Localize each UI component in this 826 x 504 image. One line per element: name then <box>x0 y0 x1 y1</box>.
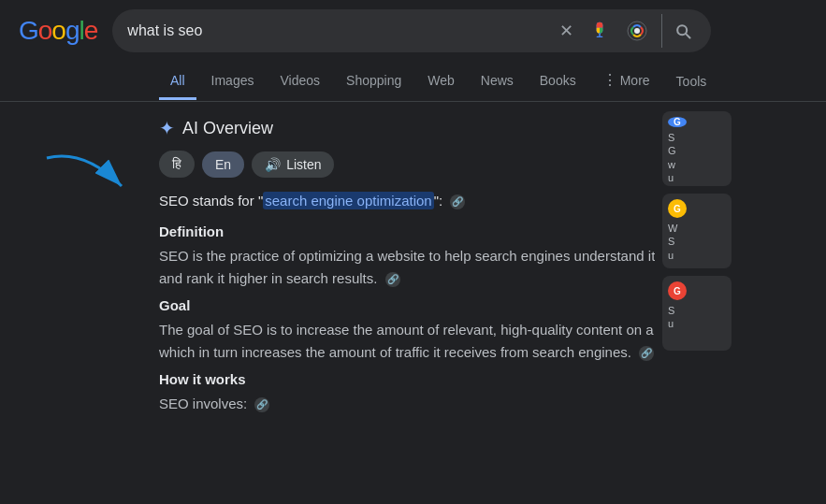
link-icon-goal[interactable]: 🔗 <box>639 346 654 361</box>
goal-section: Goal The goal of SEO is to increase the … <box>159 297 739 364</box>
language-buttons: हि En 🔊 Listen <box>159 151 739 178</box>
listen-label: Listen <box>286 157 321 172</box>
goal-body: The goal of SEO is to increase the amoun… <box>159 319 739 364</box>
tab-all[interactable]: All <box>159 64 196 100</box>
right-card-2-logo: G <box>668 199 687 218</box>
svg-rect-1 <box>597 36 603 37</box>
english-lang-button[interactable]: En <box>202 151 244 178</box>
lens-icon <box>626 20 648 42</box>
tab-images[interactable]: Images <box>200 64 266 100</box>
more-dots-icon: ⋮ <box>602 71 616 89</box>
en-label: En <box>215 157 231 172</box>
logo-letter-g1: G <box>19 16 38 45</box>
search-bar: ✕ <box>112 9 711 52</box>
right-panel: G SGwu G WSu G Su <box>655 102 739 423</box>
right-card-2-text: WSu <box>668 222 726 262</box>
link-icon-intro[interactable]: 🔗 <box>450 194 465 209</box>
intro-text-after: ": <box>434 193 443 209</box>
right-card-2-logo-text: G <box>674 204 681 214</box>
mic-icon <box>590 22 609 40</box>
how-it-works-text: SEO involves: <box>159 396 247 411</box>
close-icon: ✕ <box>559 21 573 41</box>
tools-button[interactable]: Tools <box>665 65 718 98</box>
sparkle-icon: ✦ <box>159 117 175 139</box>
speaker-icon: 🔊 <box>265 157 281 172</box>
search-icons-group: ✕ <box>556 14 696 48</box>
intro-paragraph: SEO stands for "search engine optimizati… <box>159 191 739 212</box>
right-card-1-logo-text: G <box>674 117 681 127</box>
right-card-3[interactable]: G Su <box>662 276 732 351</box>
definition-body: SEO is the practice of optimizing a webs… <box>159 245 739 290</box>
link-icon-how[interactable]: 🔗 <box>254 397 269 412</box>
logo-letter-g2: g <box>65 16 80 45</box>
logo-letter-o2: o <box>51 16 65 45</box>
google-logo: Google <box>19 16 97 46</box>
ai-overview-section: ✦ AI Overview हि En 🔊 Listen SEO stands … <box>159 117 739 423</box>
ai-overview-header: ✦ AI Overview <box>159 117 739 139</box>
right-card-1-logo: G <box>668 117 687 127</box>
tab-books[interactable]: Books <box>529 64 587 100</box>
right-card-3-text: Su <box>668 304 726 331</box>
right-card-1[interactable]: G SGwu <box>662 111 732 186</box>
search-input[interactable] <box>127 22 548 39</box>
listen-button[interactable]: 🔊 Listen <box>252 151 334 178</box>
logo-letter-e: e <box>84 16 98 45</box>
definition-title: Definition <box>159 223 739 239</box>
search-icon <box>674 22 692 40</box>
voice-search-button[interactable] <box>587 18 613 44</box>
tab-more[interactable]: ⋮ More <box>591 62 661 101</box>
right-card-1-text: SGwu <box>668 131 726 184</box>
right-card-3-logo-text: G <box>674 286 681 296</box>
main-area: ✦ AI Overview हि En 🔊 Listen SEO stands … <box>0 102 826 423</box>
tab-videos[interactable]: Videos <box>268 64 331 100</box>
header: Google ✕ <box>0 0 826 62</box>
hindi-label: हि <box>172 156 181 172</box>
logo-letter-o1: o <box>38 16 52 45</box>
highlighted-phrase: search engine optimization <box>263 192 433 209</box>
tab-more-label: More <box>620 73 650 88</box>
lens-button[interactable] <box>622 16 652 46</box>
search-button[interactable] <box>661 14 696 48</box>
definition-text: SEO is the practice of optimizing a webs… <box>159 248 712 286</box>
goal-text: The goal of SEO is to increase the amoun… <box>159 322 709 360</box>
right-card-2[interactable]: G WSu <box>662 194 732 268</box>
svg-point-3 <box>634 28 640 34</box>
definition-section: Definition SEO is the practice of optimi… <box>159 223 739 290</box>
link-icon-definition[interactable]: 🔗 <box>385 272 400 287</box>
how-it-works-section: How it works SEO involves: 🔗 <box>159 371 739 415</box>
svg-rect-0 <box>599 34 601 36</box>
tab-web[interactable]: Web <box>416 64 466 100</box>
tab-shopping[interactable]: Shopping <box>335 64 413 100</box>
hindi-lang-button[interactable]: हि <box>159 151 195 178</box>
ai-overview-title: AI Overview <box>182 119 273 138</box>
right-card-3-logo: G <box>668 281 687 300</box>
main-content-area: ✦ AI Overview हि En 🔊 Listen SEO stands … <box>0 102 739 423</box>
goal-title: Goal <box>159 297 739 313</box>
clear-button[interactable]: ✕ <box>556 17 577 45</box>
tab-news[interactable]: News <box>470 64 525 100</box>
how-it-works-title: How it works <box>159 371 739 387</box>
intro-text-before: SEO stands for " <box>159 193 263 209</box>
nav-tabs: All Images Videos Shopping Web News Book… <box>0 62 826 102</box>
how-it-works-body: SEO involves: 🔗 <box>159 393 739 415</box>
